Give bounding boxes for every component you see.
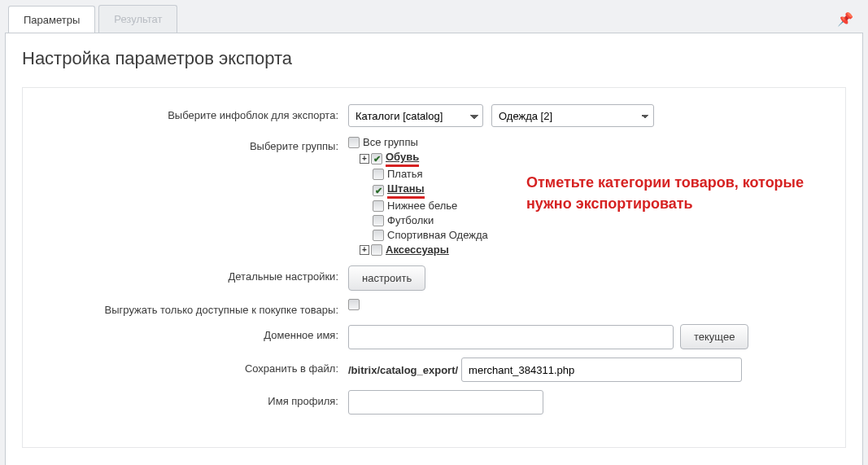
tree-label-5: Спортивная Одежда [387, 228, 488, 243]
tree-label-0: Обувь [386, 151, 419, 163]
tab-result[interactable]: Результат [98, 5, 177, 33]
pin-icon[interactable]: 📌 [837, 11, 853, 27]
tree-row-4: Футболки [360, 213, 488, 228]
select-item[interactable]: Одежда [2] [491, 104, 654, 127]
group-tree: Все группы + Обувь Платья [348, 135, 488, 257]
checkbox-item-4[interactable] [373, 215, 384, 226]
current-button[interactable]: текущее [680, 324, 748, 349]
tab-bar: Параметры Результат 📌 [0, 0, 868, 33]
annotation-text: Отметьте категории товаров, которые нужн… [526, 172, 811, 214]
checkbox-item-3[interactable] [373, 200, 384, 212]
row-save-to: Сохранить в файл: /bitrix/catalog_export… [39, 358, 829, 382]
tree-label-3: Нижнее белье [387, 199, 457, 213]
checkbox-available-only[interactable] [348, 299, 360, 310]
domain-input[interactable] [348, 325, 674, 349]
expand-icon[interactable]: + [360, 245, 369, 255]
tree-label-1: Платья [387, 167, 423, 182]
tree-label-2: Штаны [387, 182, 425, 195]
row-details: Детальные настройки: настроить [39, 265, 829, 291]
row-domain: Доменное имя: текущее [39, 324, 829, 349]
panel-title: Настройка параметров экспорта [22, 48, 846, 69]
expand-icon[interactable]: + [360, 154, 369, 164]
path-prefix: /bitrix/catalog_export/ [348, 364, 458, 376]
tree-row-0: + Обувь [360, 150, 488, 167]
checkbox-all[interactable] [348, 137, 360, 148]
tree-row-2: Штаны [360, 182, 488, 199]
checkbox-item-1[interactable] [373, 169, 384, 180]
tree-label-all: Все группы [363, 135, 418, 150]
tree-row-6: + Аксессуары [360, 243, 488, 257]
row-profile: Имя профиля: [39, 390, 829, 415]
tree-label-6: Аксессуары [386, 243, 449, 257]
file-input[interactable] [461, 358, 742, 382]
profile-input[interactable] [348, 390, 543, 415]
tree-all-groups: Все группы [348, 135, 488, 150]
label-details: Детальные настройки: [39, 265, 348, 283]
row-iblock: Выберите инфоблок для экспорта: Каталоги… [39, 104, 829, 127]
tree-row-1: Платья [360, 167, 488, 182]
tree-row-5: Спортивная Одежда [360, 228, 488, 243]
label-profile: Имя профиля: [39, 390, 348, 407]
checkbox-item-5[interactable] [373, 230, 384, 241]
row-available: Выгружать только доступные к покупке тов… [39, 299, 829, 316]
form-panel: Выберите инфоблок для экспорта: Каталоги… [22, 87, 846, 448]
label-available: Выгружать только доступные к покупке тов… [39, 299, 348, 316]
checkbox-item-0[interactable] [371, 153, 382, 165]
label-iblock: Выберите инфоблок для экспорта: [39, 104, 348, 121]
checkbox-item-6[interactable] [371, 244, 382, 256]
tree-label-4: Футболки [387, 213, 434, 228]
tree-row-3: Нижнее белье [360, 199, 488, 213]
select-catalog[interactable]: Каталоги [catalog] [348, 104, 483, 127]
checkbox-item-2[interactable] [373, 185, 384, 196]
label-groups: Выберите группы: [39, 135, 348, 152]
configure-button[interactable]: настроить [348, 265, 425, 291]
label-save-to: Сохранить в файл: [39, 358, 348, 375]
main-panel: Настройка параметров экспорта Выберите и… [5, 33, 863, 465]
tab-params[interactable]: Параметры [8, 6, 95, 33]
label-domain: Доменное имя: [39, 324, 348, 341]
